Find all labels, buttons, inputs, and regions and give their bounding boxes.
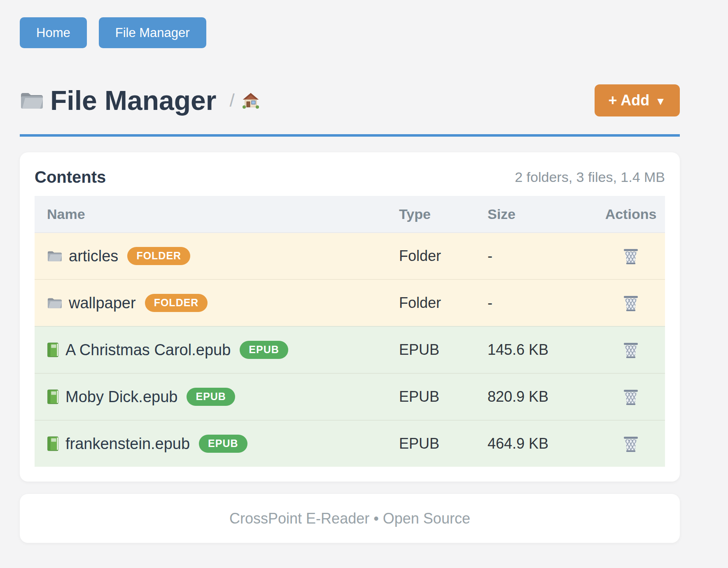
folder-icon [20,91,43,110]
name-cell[interactable]: Moby Dick.epub EPUB [35,388,399,406]
file-type-badge: EPUB [199,435,247,453]
page-title: File Manager [50,87,216,114]
column-header-name: Name [35,206,399,222]
file-name: frankenstein.epub [65,435,190,453]
column-header-size: Size [488,206,597,222]
file-name: articles [69,247,118,265]
file-table-body: articles FOLDER Folder - [35,233,665,467]
size-cell: - [488,294,597,312]
table-row: frankenstein.epub EPUB EPUB 464.9 KB [35,420,665,467]
type-cell: Folder [399,294,488,312]
trash-icon[interactable] [624,295,638,311]
name-cell[interactable]: articles FOLDER [35,247,399,265]
table-row: Moby Dick.epub EPUB EPUB 820.9 KB [35,373,665,420]
size-cell: 145.6 KB [488,341,597,358]
title-underline [20,134,680,137]
actions-cell [597,342,665,358]
file-type-badge: EPUB [187,388,235,406]
type-cell: EPUB [399,388,488,405]
add-button[interactable]: + Add ▼ [595,84,680,116]
size-cell: 464.9 KB [488,435,597,452]
name-cell[interactable]: frankenstein.epub EPUB [35,435,399,453]
column-header-actions: Actions [597,206,665,222]
chevron-down-icon: ▼ [655,95,666,108]
contents-card: Contents 2 folders, 3 files, 1.4 MB Name… [20,152,680,482]
type-cell: Folder [399,247,488,265]
actions-cell [597,435,665,452]
home-icon[interactable] [242,92,259,109]
contents-heading: Contents [35,168,515,186]
actions-cell [597,248,665,264]
book-icon [47,389,58,404]
table-row: wallpaper FOLDER Folder - [35,279,665,326]
nav-button-file-manager[interactable]: File Manager [99,17,206,48]
file-table-header: Name Type Size Actions [35,196,665,233]
type-cell: EPUB [399,435,488,452]
table-row: articles FOLDER Folder - [35,233,665,279]
book-icon [47,436,58,451]
breadcrumb-separator: / [229,90,234,111]
file-type-badge: EPUB [240,341,288,359]
book-icon [47,342,58,357]
file-type-badge: FOLDER [127,247,190,265]
footer-text: CrossPoint E-Reader • Open Source [229,510,470,527]
top-nav: Home File Manager [20,17,680,48]
trash-icon[interactable] [624,248,638,264]
page-header: File Manager / + Add ▼ [20,84,680,116]
nav-button-home[interactable]: Home [20,17,87,48]
file-name: wallpaper [69,294,136,312]
name-cell[interactable]: wallpaper FOLDER [35,294,399,312]
file-name: Moby Dick.epub [65,388,177,406]
folder-icon [47,250,62,262]
folder-icon [47,297,62,309]
file-type-badge: FOLDER [145,294,208,312]
file-name: A Christmas Carol.epub [65,341,231,359]
file-table: Name Type Size Actions [35,196,665,467]
add-button-label: + Add [609,92,650,109]
footer: CrossPoint E-Reader • Open Source [20,494,680,543]
column-header-type: Type [399,206,488,222]
trash-icon[interactable] [624,435,638,452]
size-cell: - [488,247,597,265]
actions-cell [597,389,665,405]
size-cell: 820.9 KB [488,388,597,405]
file-manager-page: Home File Manager File Manager / [0,0,728,543]
trash-icon[interactable] [624,342,638,358]
table-row: A Christmas Carol.epub EPUB EPUB 145.6 K… [35,326,665,373]
name-cell[interactable]: A Christmas Carol.epub EPUB [35,341,399,359]
type-cell: EPUB [399,341,488,358]
contents-summary: 2 folders, 3 files, 1.4 MB [515,169,665,185]
trash-icon[interactable] [624,389,638,405]
actions-cell [597,295,665,311]
